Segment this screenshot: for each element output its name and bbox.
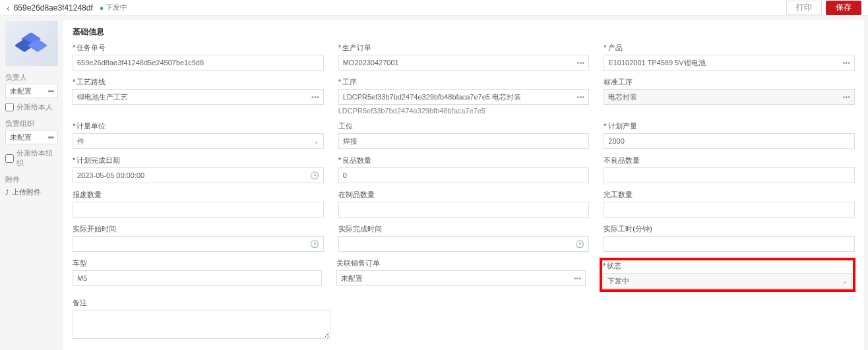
org-label: 负责组织 (5, 119, 58, 129)
sales-ord-label: 关联销售订单 (336, 259, 380, 267)
wip-qty-label: 在制品数量 (338, 190, 375, 198)
wip-qty-input[interactable] (338, 202, 590, 218)
attach-label: 附件 (5, 175, 58, 185)
owner-picker[interactable]: 未配置 ••• (5, 84, 58, 98)
status-dot: ● (100, 4, 104, 12)
ellipsis-icon: ••• (311, 93, 319, 101)
unit-label: 计量单位 (77, 122, 106, 130)
proc-input[interactable]: ••• (338, 89, 590, 105)
ellipsis-icon: ••• (577, 93, 585, 101)
sales-ord-input[interactable]: ••• (336, 270, 586, 286)
page-title: 659e26d8ae3f41248df (14, 3, 93, 13)
ellipsis-icon: ••• (577, 59, 585, 67)
chevron-down-icon: ⌄ (842, 277, 848, 285)
prod-order-label: 生产订单 (342, 44, 371, 51)
clock-icon: 🕒 (310, 171, 319, 180)
product-input[interactable]: ••• (604, 55, 855, 71)
done-qty-label: 完工数量 (604, 190, 633, 198)
back-icon[interactable]: ‹ (7, 3, 10, 13)
good-qty-label: 良品数量 (342, 156, 371, 164)
clock-icon: 🕒 (310, 240, 319, 248)
model-label: 车型 (73, 259, 87, 267)
remark-label: 备注 (73, 299, 87, 306)
std-proc-label: 标准工序 (604, 78, 633, 86)
print-button[interactable]: 打印 (786, 1, 822, 15)
org-value: 未配置 (10, 132, 32, 142)
proc-label: 工序 (342, 78, 357, 86)
status-select[interactable]: ⌄ (603, 273, 852, 289)
save-button[interactable]: 保存 (826, 1, 861, 15)
good-qty-input[interactable] (338, 167, 590, 183)
ellipsis-icon: ••• (842, 93, 850, 101)
status-label: 状态 (607, 262, 621, 270)
station-input[interactable] (338, 133, 590, 149)
upload-icon: ⤴ (5, 189, 9, 196)
plan-end-input[interactable]: 🕒 (73, 167, 324, 183)
remark-textarea[interactable] (73, 310, 330, 339)
bad-qty-input[interactable] (604, 167, 855, 183)
scrap-qty-input[interactable] (73, 202, 324, 218)
scrap-qty-label: 报废数量 (73, 190, 102, 198)
plan-qty-label: 计划产量 (608, 122, 637, 130)
clock-icon: 🕒 (575, 240, 584, 248)
status-badge: 下发中 (106, 3, 127, 13)
proc-hint: LDCPR5ef33b7bd2474e329bfb48bfaca7e7e5 (338, 107, 590, 115)
product-label: 产品 (608, 44, 623, 51)
route-label: 工艺路线 (77, 78, 106, 86)
dispatch-org-input[interactable] (5, 154, 14, 163)
dispatch-owner-checkbox[interactable]: 分派给本人 (5, 102, 58, 112)
upload-button[interactable]: ⤴ 上传附件 (5, 187, 58, 197)
real-hours-input[interactable] (604, 236, 855, 252)
done-qty-input[interactable] (604, 202, 855, 218)
station-label: 工位 (338, 122, 353, 130)
task-no-label: 任务单号 (77, 44, 106, 51)
route-input[interactable]: ••• (73, 89, 324, 105)
owner-value: 未配置 (10, 86, 32, 96)
plan-qty-input[interactable] (604, 133, 855, 149)
real-start-input[interactable]: 🕒 (73, 236, 324, 252)
owner-label: 负责人 (5, 73, 58, 82)
real-hours-label: 实际工时(分钟) (604, 225, 652, 233)
plan-end-label: 计划完成日期 (77, 156, 120, 164)
real-start-label: 实际开始时间 (73, 225, 116, 233)
real-end-input[interactable]: 🕒 (338, 236, 590, 252)
real-end-label: 实际完成时间 (338, 225, 382, 233)
sidebar: 负责人 未配置 ••• 分派给本人 负责组织 未配置 ••• 分派给本组织 附件… (0, 16, 63, 350)
bad-qty-label: 不良品数量 (604, 156, 640, 164)
ellipsis-icon: ••• (47, 133, 53, 141)
product-thumbnail (5, 21, 58, 66)
prod-order-input[interactable]: ••• (338, 55, 590, 71)
unit-select[interactable]: ⌄ (73, 133, 324, 149)
chevron-down-icon: ⌄ (313, 137, 319, 146)
section-title: 基础信息 (73, 26, 855, 38)
dispatch-owner-input[interactable] (5, 103, 14, 111)
main-panel: 基础信息 *任务单号 *生产订单 ••• *产品 ••• *工艺路线 ••• *… (63, 20, 864, 350)
task-no-input[interactable] (73, 55, 324, 71)
status-highlight: *状态 ⌄ (600, 258, 855, 291)
ellipsis-icon: ••• (47, 87, 53, 95)
ellipsis-icon: ••• (573, 274, 581, 282)
topbar: ‹ 659e26d8ae3f41248df ● 下发中 打印 保存 (0, 0, 868, 16)
org-picker[interactable]: 未配置 ••• (5, 130, 58, 144)
ellipsis-icon: ••• (842, 59, 850, 67)
std-proc-input[interactable]: ••• (604, 89, 855, 105)
dispatch-org-checkbox[interactable]: 分派给本组织 (5, 148, 58, 168)
model-input[interactable] (73, 270, 322, 286)
